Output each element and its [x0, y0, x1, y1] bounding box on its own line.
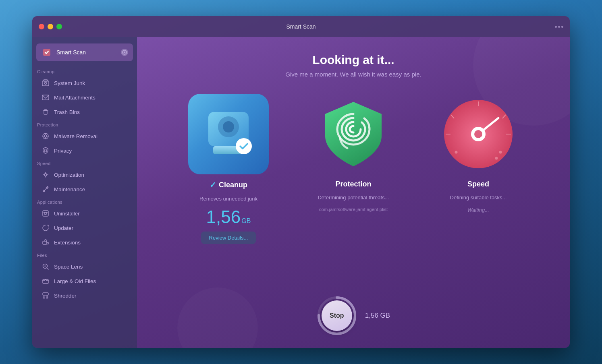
space-lens-icon: [41, 262, 50, 271]
sidebar-item-extensions[interactable]: Extensions: [36, 235, 133, 250]
speed-card: Speed Defining suitable tasks... Waiting…: [422, 94, 535, 244]
cleanup-card-size: 1,56 GB: [206, 208, 251, 226]
protection-section-label: Protection: [32, 119, 137, 129]
speed-card-waiting: Waiting...: [467, 207, 489, 213]
dot3: [561, 26, 563, 28]
svg-point-46: [495, 157, 498, 160]
mail-attachments-label: Mail Attachments: [54, 95, 95, 101]
protection-card: Protection Determining potential threats…: [297, 94, 410, 244]
cleanup-card-desc: Removes unneeded junk: [199, 195, 257, 203]
smart-scan-icon: [41, 47, 52, 58]
extensions-label: Extensions: [54, 240, 81, 246]
titlebar: Smart Scan: [32, 16, 570, 37]
uninstaller-icon: [41, 209, 50, 218]
main-panel: Looking at it... Give me a moment. We al…: [137, 37, 570, 348]
main-subtitle: Give me a moment. We all wish it was eas…: [285, 71, 421, 78]
hdd-svg: [196, 102, 261, 166]
optimization-icon: [41, 170, 50, 179]
cleanup-check-icon: ✓: [210, 180, 216, 190]
window-title: Smart Scan: [286, 23, 316, 30]
svg-rect-28: [43, 279, 48, 283]
mail-attachments-icon: [41, 93, 50, 102]
protection-card-desc: Determining potential threats...: [318, 194, 389, 201]
svg-line-32: [46, 295, 47, 298]
shredder-icon: [41, 291, 50, 300]
sidebar-item-large-old-files[interactable]: Large & Old Files: [36, 274, 133, 288]
cleanup-card: ✓ Cleanup Removes unneeded junk 1,56 GB …: [172, 94, 285, 244]
svg-line-31: [45, 295, 45, 298]
svg-line-30: [44, 295, 44, 298]
stop-size-label: 1,56 GB: [365, 312, 390, 320]
traffic-lights: [39, 24, 62, 29]
sidebar-item-trash-bins[interactable]: Trash Bins: [36, 105, 133, 119]
trash-bins-icon: [41, 108, 50, 116]
svg-point-2: [124, 52, 125, 53]
sidebar-item-updater[interactable]: Updater: [36, 221, 133, 235]
cards-row: ✓ Cleanup Removes unneeded junk 1,56 GB …: [153, 94, 554, 244]
sidebar: Smart Scan Cleanup: [32, 37, 137, 348]
speed-section-label: Speed: [32, 158, 137, 168]
applications-section-label: Applications: [32, 196, 137, 206]
stop-button-wrap: Stop: [317, 296, 357, 336]
content-area: Smart Scan Cleanup: [32, 37, 570, 348]
svg-point-38: [236, 138, 252, 154]
maximize-button[interactable]: [56, 24, 62, 29]
svg-rect-3: [42, 81, 49, 86]
privacy-label: Privacy: [54, 148, 72, 154]
sidebar-item-maintenance[interactable]: Maintenance: [36, 182, 133, 196]
close-button[interactable]: [39, 24, 44, 29]
svg-point-9: [44, 135, 47, 137]
cleanup-section-label: Cleanup: [32, 66, 137, 76]
files-section-label: Files: [32, 250, 137, 259]
main-window: Smart Scan Smart Scan: [32, 16, 570, 348]
extensions-icon: [41, 238, 50, 247]
sidebar-item-space-lens[interactable]: Space Lens: [36, 259, 133, 274]
svg-point-27: [44, 265, 46, 267]
more-options-button[interactable]: [555, 26, 563, 28]
uninstaller-label: Uninstaller: [54, 211, 80, 217]
bg-deco-2: [177, 287, 258, 348]
review-details-button[interactable]: Review Details...: [201, 232, 256, 244]
dot2: [558, 26, 560, 28]
malware-removal-icon: [41, 132, 50, 141]
system-junk-label: System Junk: [54, 80, 85, 86]
system-junk-icon: [41, 79, 50, 87]
svg-rect-4: [44, 80, 48, 81]
minimize-button[interactable]: [48, 24, 53, 29]
large-old-files-icon: [41, 277, 50, 285]
sidebar-item-malware-removal[interactable]: Malware Removal: [36, 129, 133, 143]
updater-icon: [41, 223, 50, 232]
svg-point-22: [44, 212, 47, 215]
trash-bins-label: Trash Bins: [54, 109, 80, 115]
svg-point-36: [223, 121, 234, 132]
sidebar-item-optimization[interactable]: Optimization: [36, 168, 133, 182]
cleanup-card-name: ✓ Cleanup: [210, 180, 247, 190]
smart-scan-badge: [121, 49, 128, 56]
maintenance-label: Maintenance: [54, 186, 85, 192]
speed-card-desc: Defining suitable tasks...: [450, 194, 507, 201]
stop-button[interactable]: Stop: [322, 300, 352, 331]
sidebar-item-privacy[interactable]: Privacy: [36, 143, 133, 158]
dot1: [555, 26, 557, 28]
svg-rect-24: [43, 241, 47, 244]
sidebar-item-uninstaller[interactable]: Uninstaller: [36, 206, 133, 221]
svg-point-14: [45, 149, 47, 151]
stop-bar: Stop 1,56 GB: [317, 296, 390, 336]
sidebar-item-smart-scan[interactable]: Smart Scan: [36, 43, 133, 61]
protection-card-icon: [313, 94, 394, 174]
svg-point-47: [455, 151, 458, 154]
svg-point-45: [499, 151, 502, 154]
speed-card-icon: [438, 94, 519, 174]
sidebar-item-system-junk[interactable]: System Junk: [36, 76, 133, 90]
sidebar-item-mail-attachments[interactable]: Mail Attachments: [36, 90, 133, 105]
malware-removal-label: Malware Removal: [54, 133, 98, 139]
protection-card-name: Protection: [335, 180, 371, 188]
smart-scan-label: Smart Scan: [56, 49, 117, 56]
protection-card-sub-desc: com.jamfsoftware.jamf.agent.plist: [319, 207, 388, 212]
speedometer-svg: [440, 96, 517, 172]
shield-svg: [315, 96, 392, 172]
maintenance-icon: [41, 185, 50, 194]
speed-card-name: Speed: [467, 180, 489, 188]
sidebar-item-shredder[interactable]: Shredder: [36, 288, 133, 303]
svg-point-19: [44, 174, 47, 176]
